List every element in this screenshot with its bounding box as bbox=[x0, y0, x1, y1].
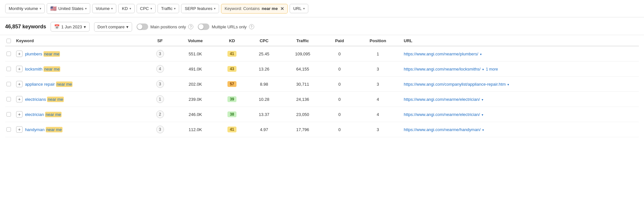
cpc-filter[interactable]: CPC ▾ bbox=[137, 4, 156, 13]
compare-button[interactable]: Don't compare ▾ bbox=[94, 22, 132, 32]
url-dropdown-icon[interactable]: ▾ bbox=[482, 68, 484, 71]
row-checkbox[interactable] bbox=[6, 112, 11, 117]
url-filter[interactable]: URL ▾ bbox=[290, 4, 308, 13]
url-link[interactable]: https://www.angi.com/nearme/electrician/ bbox=[404, 112, 480, 117]
add-keyword-button[interactable]: + bbox=[16, 111, 23, 118]
kd-badge: 57 bbox=[227, 81, 236, 87]
position-cell: 3 bbox=[355, 62, 401, 77]
url-link[interactable]: https://www.angi.com/companylist/applian… bbox=[404, 82, 505, 87]
cpc-label: CPC bbox=[140, 6, 149, 11]
keyword-text[interactable]: appliance repair near me bbox=[25, 81, 73, 87]
kd-badge: 41 bbox=[227, 127, 236, 132]
date-chevron: ▾ bbox=[84, 24, 86, 29]
col-url: URL bbox=[401, 35, 639, 46]
volume-value: 551.0K bbox=[189, 52, 202, 56]
add-keyword-button[interactable]: + bbox=[16, 66, 23, 72]
keyword-filter-value: near me bbox=[262, 6, 278, 11]
url-dropdown-icon[interactable]: ▾ bbox=[507, 83, 509, 86]
traffic-cell: 30,711 bbox=[281, 77, 324, 92]
position-cell: 4 bbox=[355, 92, 401, 107]
volume-filter[interactable]: Volume ▾ bbox=[92, 4, 116, 13]
traffic-value: 64,155 bbox=[296, 67, 309, 71]
traffic-filter[interactable]: Traffic ▾ bbox=[158, 4, 179, 13]
keyword-text[interactable]: electrician near me bbox=[25, 112, 62, 117]
add-keyword-button[interactable]: + bbox=[16, 96, 23, 102]
row-checkbox[interactable] bbox=[6, 52, 11, 56]
country-filter[interactable]: 🇺🇸 United States ▾ bbox=[47, 3, 90, 14]
select-all-checkbox[interactable] bbox=[6, 39, 11, 43]
cpc-chevron: ▾ bbox=[150, 7, 152, 10]
sf-value: 3 bbox=[156, 50, 164, 58]
table-row: + electrician near me 2 246.0K 38 13.37 … bbox=[5, 107, 639, 122]
main-positions-toggle[interactable] bbox=[137, 24, 148, 30]
sf-cell: 4 bbox=[146, 62, 174, 77]
paid-value: 0 bbox=[338, 112, 341, 117]
keyword-text[interactable]: handyman near me bbox=[25, 127, 62, 132]
monthly-volume-filter[interactable]: Monthly volume ▾ bbox=[5, 4, 45, 13]
col-kd: KD bbox=[217, 35, 247, 46]
keyword-highlight: near me bbox=[46, 127, 62, 132]
country-flag: 🇺🇸 bbox=[50, 5, 57, 12]
add-keyword-button[interactable]: + bbox=[16, 51, 23, 57]
col-cpc: CPC bbox=[247, 35, 281, 46]
url-link[interactable]: https://www.angi.com/nearme/locksmiths/ bbox=[404, 67, 480, 71]
kd-filter[interactable]: KD ▾ bbox=[118, 4, 134, 13]
volume-cell: 239.0K bbox=[174, 92, 217, 107]
url-dropdown-icon[interactable]: ▾ bbox=[480, 52, 482, 56]
multiple-urls-toggle-group: Multiple URLs only ? bbox=[198, 24, 254, 30]
row-checkbox-cell bbox=[5, 46, 14, 62]
cpc-cell: 13.37 bbox=[247, 107, 281, 122]
position-cell: 4 bbox=[355, 107, 401, 122]
traffic-cell: 64,155 bbox=[281, 62, 324, 77]
row-checkbox-cell bbox=[5, 62, 14, 77]
country-label: United States bbox=[58, 6, 83, 11]
url-cell: https://www.angi.com/nearme/electrician/… bbox=[401, 107, 639, 122]
url-link[interactable]: https://www.angi.com/nearme/plumbers/ bbox=[404, 52, 478, 56]
traffic-value: 109,095 bbox=[295, 52, 310, 56]
url-cell: https://www.angi.com/nearme/locksmiths/ … bbox=[401, 62, 639, 77]
row-checkbox[interactable] bbox=[6, 97, 11, 101]
keywords-count: 46,857 keywords bbox=[5, 24, 46, 30]
paid-cell: 0 bbox=[324, 92, 354, 107]
keyword-text[interactable]: locksmith near me bbox=[25, 66, 61, 72]
keywords-table: Keyword SF Volume KD CPC Traffic Paid Po… bbox=[5, 35, 639, 137]
multiple-urls-help-icon[interactable]: ? bbox=[249, 24, 254, 29]
position-value: 3 bbox=[377, 67, 379, 71]
paid-cell: 0 bbox=[324, 122, 354, 137]
keyword-highlight: near me bbox=[43, 66, 60, 72]
row-checkbox[interactable] bbox=[6, 127, 11, 132]
cpc-value: 4.97 bbox=[260, 127, 268, 132]
add-keyword-button[interactable]: + bbox=[16, 81, 23, 87]
table-header-row: Keyword SF Volume KD CPC Traffic Paid Po… bbox=[5, 35, 639, 46]
paid-value: 0 bbox=[338, 82, 341, 87]
url-dropdown-icon[interactable]: ▾ bbox=[482, 128, 484, 132]
traffic-cell: 24,136 bbox=[281, 92, 324, 107]
url-cell: https://www.angi.com/companylist/applian… bbox=[401, 77, 639, 92]
url-dropdown-icon[interactable]: ▾ bbox=[482, 98, 483, 101]
row-checkbox-cell bbox=[5, 122, 14, 137]
keyword-filter-close[interactable]: ✕ bbox=[280, 6, 284, 11]
traffic-chevron: ▾ bbox=[174, 7, 176, 10]
row-checkbox[interactable] bbox=[6, 67, 11, 71]
url-label: URL bbox=[293, 6, 302, 11]
main-positions-toggle-group: Main positions only ? bbox=[137, 24, 194, 30]
keyword-highlight: near me bbox=[47, 97, 64, 102]
keyword-text[interactable]: electricians near me bbox=[25, 97, 64, 102]
col-paid: Paid bbox=[324, 35, 354, 46]
url-link[interactable]: https://www.angi.com/nearme/electrician/ bbox=[404, 97, 480, 102]
date-picker-button[interactable]: 📅 1 Jun 2023 ▾ bbox=[51, 22, 89, 32]
url-more-link[interactable]: 1 more bbox=[486, 67, 498, 71]
multiple-urls-toggle[interactable] bbox=[198, 24, 209, 30]
compare-label: Don't compare bbox=[98, 24, 125, 29]
serp-features-filter[interactable]: SERP features ▾ bbox=[181, 4, 219, 13]
table-row: + appliance repair near me 3 202.0K 57 8… bbox=[5, 77, 639, 92]
select-all-checkbox-cell bbox=[5, 35, 14, 46]
url-dropdown-icon[interactable]: ▾ bbox=[482, 113, 483, 117]
table-row: + electricians near me 1 239.0K 39 10.28… bbox=[5, 92, 639, 107]
paid-value: 0 bbox=[338, 67, 341, 71]
row-checkbox[interactable] bbox=[6, 82, 11, 86]
add-keyword-button[interactable]: + bbox=[16, 126, 23, 133]
keyword-text[interactable]: plumbers near me bbox=[25, 51, 60, 57]
url-link[interactable]: https://www.angi.com/nearme/handyman/ bbox=[404, 127, 480, 132]
main-positions-help-icon[interactable]: ? bbox=[188, 24, 193, 29]
